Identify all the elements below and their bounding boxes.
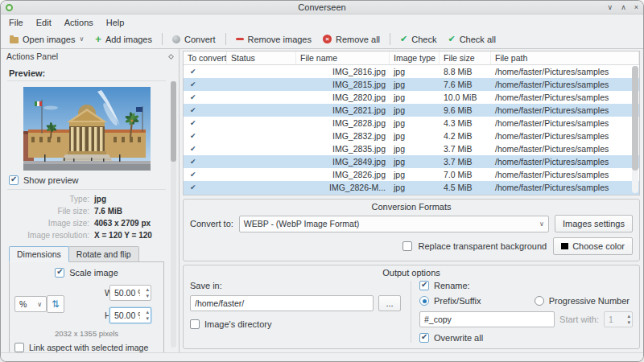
check-all-button[interactable]: ✔ Check all: [442, 33, 501, 46]
checkbox-icon: [419, 333, 429, 343]
row-checkbox[interactable]: ✔: [184, 106, 227, 114]
resolution-value: X = 120 Y = 120: [94, 231, 166, 240]
width-stepper[interactable]: ▴▾: [109, 285, 151, 301]
tab-dimensions[interactable]: Dimensions: [9, 246, 69, 262]
row-file-name: IMG_2826.jpg: [296, 170, 390, 179]
dimensions-tab-panel: Scale image Width: ▴▾ % ∨: [9, 261, 164, 352]
imagesize-value: 4063 x 2709 px: [94, 219, 166, 228]
row-checkbox[interactable]: ✔: [184, 68, 227, 76]
replace-transparent-checkbox[interactable]: [402, 241, 412, 251]
table-row[interactable]: ✔ IMG_2835.jpg jpg 3.7 MiB /home/faster/…: [184, 142, 639, 155]
col-to-convert[interactable]: To convert: [184, 51, 227, 64]
col-file-name[interactable]: File name: [296, 51, 390, 64]
float-panel-icon[interactable]: [168, 53, 174, 59]
spin-down-icon[interactable]: ▾: [146, 293, 149, 299]
row-checkbox[interactable]: ✔: [184, 119, 227, 127]
format-select[interactable]: WEBP - (WebP Image Format) ∨: [239, 216, 549, 232]
col-file-size[interactable]: File size: [440, 51, 491, 64]
color-swatch-icon: [561, 243, 568, 249]
save-path-field[interactable]: [190, 295, 374, 311]
browse-button[interactable]: ...: [378, 295, 401, 311]
row-checkbox[interactable]: ✔: [184, 93, 227, 101]
col-status[interactable]: Status: [227, 51, 296, 64]
images-settings-button[interactable]: Images settings: [555, 215, 633, 232]
row-file-size: 8.8 MiB: [440, 67, 491, 76]
open-images-button[interactable]: Open images ∨: [4, 33, 89, 46]
table-row[interactable]: ✔ IMG_2828.jpg jpg 4.3 MiB /home/faster/…: [184, 117, 639, 130]
col-image-type[interactable]: Image type: [390, 51, 440, 64]
row-file-name: IMG_2816.jpg: [296, 67, 390, 76]
table-row[interactable]: ✔ IMG_2826.jpg jpg 7.0 MiB /home/faster/…: [184, 168, 639, 181]
height-input[interactable]: [110, 308, 151, 323]
table-row[interactable]: ✔ IMG_2832.jpg jpg 4.2 MiB /home/faster/…: [184, 130, 639, 142]
pixels-note: 2032 x 1355 pixels: [14, 329, 159, 338]
output-options-title: Output options: [190, 268, 633, 278]
row-image-type: jpg: [390, 183, 440, 192]
col-file-path[interactable]: File path: [491, 51, 639, 64]
table-row[interactable]: ✔ IMG_2854-2.j... jpg 7.0 MiB /home/fast…: [184, 194, 639, 195]
tab-rotate-flip[interactable]: Rotate and flip: [69, 246, 139, 262]
row-file-path: /home/faster/Pictures/samples: [491, 144, 639, 154]
check-button[interactable]: ✔ Check: [394, 33, 442, 46]
spin-up-icon[interactable]: ▴: [627, 313, 630, 319]
row-checkbox[interactable]: ✔: [184, 132, 227, 140]
height-stepper[interactable]: ▴▾: [109, 307, 151, 323]
table-row[interactable]: ✔ IMG_2820.jpg jpg 10.0 MiB /home/faster…: [184, 91, 639, 104]
menu-help[interactable]: Help: [106, 18, 125, 27]
overwrite-all-checkbox[interactable]: Overwrite all: [419, 333, 633, 343]
spin-down-icon[interactable]: ▾: [627, 319, 630, 326]
file-table: To convert Status File name Image type F…: [183, 51, 640, 195]
start-with-stepper[interactable]: ▴▾: [604, 311, 633, 327]
add-images-button[interactable]: + Add images: [89, 33, 158, 46]
row-image-type: jpg: [390, 105, 440, 115]
menu-file[interactable]: File: [9, 18, 23, 27]
panel-scrollbar[interactable]: [171, 81, 176, 348]
scale-image-checkbox[interactable]: Scale image: [14, 268, 159, 278]
actions-panel: Actions Panel Preview:: [1, 49, 180, 352]
row-file-size: 10.0 MiB: [440, 93, 491, 102]
prefix-suffix-radio[interactable]: Prefix/Suffix: [419, 296, 481, 306]
row-checkbox[interactable]: ✔: [184, 158, 227, 166]
row-image-type: jpg: [390, 80, 440, 89]
row-file-path: /home/faster/Pictures/samples: [491, 131, 639, 141]
remove-all-button[interactable]: × Remove all: [317, 33, 386, 46]
rename-checkbox[interactable]: Rename:: [419, 281, 633, 290]
maximize-button[interactable]: ∧: [621, 2, 626, 13]
swap-icon: ⇅: [52, 298, 60, 310]
spin-down-icon[interactable]: ▾: [146, 315, 149, 322]
menu-edit[interactable]: Edit: [36, 18, 52, 27]
table-row[interactable]: ✔ IMG_2816.jpg jpg 8.8 MiB /home/faster/…: [184, 65, 639, 78]
show-preview-checkbox[interactable]: Show preview: [9, 175, 166, 185]
row-checkbox[interactable]: ✔: [184, 183, 227, 191]
row-file-size: 4.5 MiB: [440, 183, 491, 192]
width-input[interactable]: [110, 286, 151, 300]
checkbox-icon: [419, 281, 429, 290]
row-checkbox[interactable]: ✔: [184, 171, 227, 179]
spin-up-icon[interactable]: ▴: [146, 309, 149, 315]
convert-button[interactable]: Convert: [167, 33, 221, 46]
table-row[interactable]: ✔ IMG_2821.jpg jpg 9.6 MiB /home/faster/…: [184, 104, 639, 117]
spin-up-icon[interactable]: ▴: [146, 286, 149, 293]
row-checkbox[interactable]: ✔: [184, 80, 227, 88]
table-row[interactable]: ✔ IMG_2815.jpg jpg 7.6 MiB /home/faster/…: [184, 78, 639, 91]
toolbar-separator: [162, 33, 163, 45]
add-plus-icon: +: [95, 35, 101, 43]
rename-pattern-field[interactable]: [419, 311, 555, 327]
choose-color-button[interactable]: Choose color: [553, 237, 633, 255]
remove-images-button[interactable]: Remove images: [230, 33, 317, 46]
row-file-path: /home/faster/Pictures/samples: [491, 93, 639, 102]
row-file-path: /home/faster/Pictures/samples: [491, 105, 639, 115]
swap-dimensions-button[interactable]: ⇅: [47, 295, 64, 313]
table-scrollbar[interactable]: [632, 66, 638, 193]
close-button[interactable]: ×: [634, 2, 638, 13]
panel-tabs: Dimensions Rotate and flip: [9, 246, 166, 262]
progressive-number-radio[interactable]: Progressive Number: [535, 296, 630, 306]
table-row[interactable]: ✔ IMG_2849.jpg jpg 3.7 MiB /home/faster/…: [184, 155, 639, 168]
menu-actions[interactable]: Actions: [64, 18, 93, 27]
link-aspect-checkbox[interactable]: Link aspect with selected image: [14, 343, 159, 352]
row-checkbox[interactable]: ✔: [184, 145, 227, 153]
images-directory-checkbox[interactable]: Image's directory: [190, 319, 401, 329]
minimize-button[interactable]: ∨: [608, 2, 613, 13]
unit-select[interactable]: % ∨: [14, 296, 47, 312]
table-row[interactable]: ✔ IMG_2826-M... jpg 4.5 MiB /home/faster…: [184, 181, 639, 194]
